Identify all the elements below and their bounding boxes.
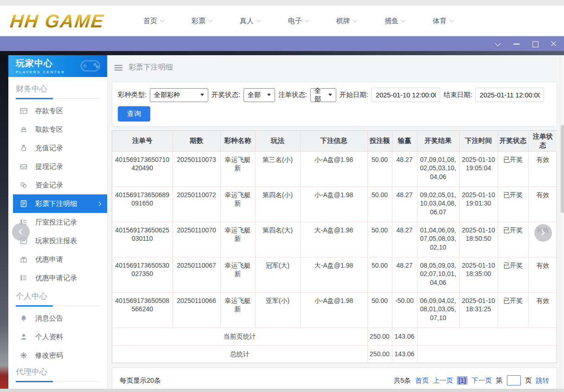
col-play: 玩法 <box>255 131 300 151</box>
first-page-link[interactable]: 首页 <box>415 376 429 385</box>
jump-button[interactable]: 跳转 <box>536 376 549 385</box>
sidebar-item-withdrawal-record[interactable]: 提现记录 <box>8 157 107 176</box>
scrollbar[interactable] <box>560 55 564 389</box>
page-jump-input[interactable] <box>507 375 521 386</box>
scrollbar-thumb[interactable] <box>561 125 564 213</box>
coins-icon <box>19 181 28 189</box>
section-agent: 代理中心 <box>8 365 107 382</box>
section-finance: 财务中心 <box>8 77 107 99</box>
breadcrumb: 彩票下注明细 <box>115 63 557 72</box>
nav-item-lottery[interactable]: 彩票 <box>178 17 226 26</box>
current-page-indicator: [1] <box>457 376 467 385</box>
draw-status-select[interactable]: 全部 <box>244 88 275 102</box>
main-content: 彩票下注明细 彩种类型: 全部彩种 开奖状态: 全部 注单状态: 全部 <box>108 55 560 389</box>
panel-expand-button[interactable] <box>534 224 552 242</box>
table-row: 40156917365071042049020250110073幸运飞艇新第三名… <box>112 151 557 186</box>
deposit-machine-icon <box>19 107 28 115</box>
nav-item-live[interactable]: 真人 <box>226 17 274 26</box>
nav-item-chess[interactable]: 棋牌 <box>322 17 371 26</box>
nav-item-fishing[interactable]: 捕鱼 <box>371 17 419 26</box>
filter-panel: 彩种类型: 全部彩种 开奖状态: 全部 注单状态: 全部 开始日期: 结束日期: <box>112 82 557 127</box>
section-personal: 个人中心 <box>8 287 107 306</box>
nav-item-sports[interactable]: 体育 <box>419 17 467 26</box>
page-size-text: 每页显示20条 <box>120 376 161 385</box>
window-maximize-button[interactable] <box>532 40 539 47</box>
hamburger-icon[interactable] <box>115 65 122 71</box>
section-title: 个人中心 <box>16 291 100 306</box>
withdraw-hand-icon <box>19 125 28 134</box>
sidebar-item-promo-apply[interactable]: 优惠申请 <box>8 250 107 269</box>
pagination-bar: 每页显示20条 共5条 首页 上一页 [1] 下一页 第 页 跳转 <box>112 367 557 389</box>
gear-icon <box>19 351 28 360</box>
table-row: 40156917365062503011020250110070幸运飞艇新第四名… <box>112 222 557 257</box>
person-icon <box>19 333 28 341</box>
order-status-select[interactable]: 全部 <box>310 88 336 102</box>
sidebar-item-fund-record[interactable]: 资金记录 <box>8 176 107 194</box>
money-bag-icon <box>19 144 28 152</box>
window-minimize-button[interactable] <box>513 40 520 47</box>
col-result: 开奖结果 <box>417 131 459 151</box>
col-order-status: 注单状态 <box>528 131 557 151</box>
page-title: 彩票下注明细 <box>128 63 173 72</box>
start-date-input[interactable] <box>372 88 440 102</box>
end-date-input[interactable] <box>475 88 544 102</box>
chevron-down-icon <box>352 18 357 22</box>
sidebar-item-recharge-record[interactable]: 充值记录 <box>8 139 107 157</box>
prev-page-link[interactable]: 上一页 <box>433 376 453 385</box>
section-underline <box>16 306 100 306</box>
page-summary-row: 当前页统计 250.00 143.06 <box>112 328 557 345</box>
table-row: 40156917365068909165020250110072幸运飞艇新第四名… <box>112 186 557 222</box>
personal-menu: 消息公告 个人资料 修改密码 <box>8 309 107 365</box>
col-bet-time: 下注时间 <box>459 131 498 151</box>
app-window: HH GAME 首页 彩票 真人 电子 棋牌 捕鱼 体育 玩家中心 PLAYER… <box>0 0 564 392</box>
section-underline <box>16 98 100 99</box>
select-caret-icon <box>328 94 332 96</box>
chevron-right-icon <box>539 230 545 236</box>
nav-item-home[interactable]: 首页 <box>129 17 178 26</box>
sidebar-item-lottery-bet-detail[interactable]: 彩票下注明细 <box>13 194 107 213</box>
draw-status-label: 开奖状态: <box>212 90 240 99</box>
sidebar-item-deposit-zone[interactable]: 存款专区 <box>8 102 107 120</box>
window-titlebar <box>0 36 564 51</box>
finance-menu: 存款专区 取款专区 充值记录 提现记录 资金记录 彩票下注明细 <box>8 102 107 287</box>
desktop-top-strip <box>0 0 564 6</box>
bet-detail-table: 注单号 期数 彩种名称 玩法 下注信息 投注额 输赢 开奖结果 下注时间 开奖状… <box>112 130 557 363</box>
sidebar-item-change-password[interactable]: 修改密码 <box>8 346 107 365</box>
logo[interactable]: HH GAME <box>6 11 109 32</box>
table-row: 40156917365053002735020250110067幸运飞艇新冠军(… <box>112 257 557 292</box>
chevron-down-icon <box>208 18 212 22</box>
total-summary-amount: 250.00 <box>367 345 392 363</box>
col-order-id: 注单号 <box>112 131 173 151</box>
desktop-left-strip <box>0 55 8 389</box>
sidebar-item-messages[interactable]: 消息公告 <box>8 309 107 328</box>
window-collapse-icon[interactable] <box>494 40 502 47</box>
envelope-wallet-icon <box>19 162 28 171</box>
start-date-label: 开始日期: <box>340 90 368 99</box>
section-underline <box>16 381 100 382</box>
chevron-down-icon <box>160 18 164 22</box>
chevron-down-icon <box>449 18 454 22</box>
section-title: 代理中心 <box>16 366 100 381</box>
bell-icon <box>19 314 28 322</box>
chevron-down-icon <box>304 18 309 22</box>
next-page-link[interactable]: 下一页 <box>472 376 492 385</box>
sidebar-item-profile[interactable]: 个人资料 <box>8 328 107 346</box>
sidebar-collapse-button[interactable] <box>12 223 30 241</box>
main-nav: 首页 彩票 真人 电子 棋牌 捕鱼 体育 <box>129 17 467 26</box>
query-button[interactable]: 查询 <box>118 106 150 122</box>
lottery-type-label: 彩种类型: <box>118 90 147 99</box>
jump-prefix: 第 <box>496 376 503 385</box>
lottery-type-select[interactable]: 全部彩种 <box>150 88 208 102</box>
top-navbar: HH GAME 首页 彩票 真人 电子 棋牌 捕鱼 体育 <box>0 6 564 36</box>
nav-item-electronic[interactable]: 电子 <box>274 17 322 26</box>
total-summary-label: 总统计 <box>112 345 367 363</box>
sidebar-item-withdraw-zone[interactable]: 取款专区 <box>8 120 107 139</box>
chevron-down-icon <box>256 18 261 22</box>
table-header-row: 注单号 期数 彩种名称 玩法 下注信息 投注额 输赢 开奖结果 下注时间 开奖状… <box>112 131 557 151</box>
order-status-label: 注单状态: <box>278 90 307 99</box>
col-win-loss: 输赢 <box>392 131 417 151</box>
document-icon <box>19 199 28 208</box>
window-close-button[interactable] <box>550 40 558 47</box>
page-summary-amount: 250.00 <box>367 328 392 345</box>
sidebar-item-promo-apply-record[interactable]: 优惠申请记录 <box>8 269 107 287</box>
